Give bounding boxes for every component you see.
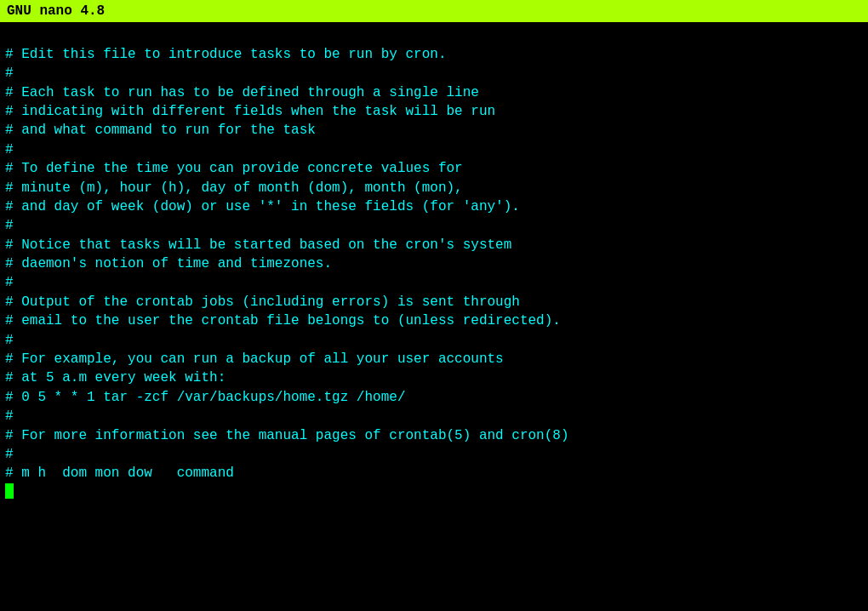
- editor-line: # at 5 a.m every week with:: [5, 368, 863, 387]
- editor-line: #: [5, 445, 863, 464]
- editor-line: # 0 5 * * 1 tar -zcf /var/backups/home.t…: [5, 388, 863, 407]
- editor-line: #: [5, 216, 863, 235]
- editor-line: # and what command to run for the task: [5, 121, 863, 140]
- editor-line: # email to the user the crontab file bel…: [5, 311, 863, 330]
- editor-line: # Notice that tasks will be started base…: [5, 236, 863, 254]
- editor-line: # daemon's notion of time and timezones.: [5, 254, 863, 273]
- title-bar: GNU nano 4.8: [0, 0, 868, 22]
- cursor-line: [5, 483, 863, 499]
- editor-line: # Edit this file to introduce tasks to b…: [5, 45, 863, 64]
- editor-line: # Output of the crontab jobs (including …: [5, 293, 863, 311]
- editor-line: # m h dom mon dow command: [5, 464, 863, 483]
- editor-area[interactable]: # Edit this file to introduce tasks to b…: [0, 22, 868, 501]
- editor-line: #: [5, 273, 863, 292]
- app-title: GNU nano 4.8: [7, 3, 105, 19]
- editor-line: #: [5, 407, 863, 425]
- editor-line: # To define the time you can provide con…: [5, 159, 863, 178]
- editor-line: # indicating with different fields when …: [5, 102, 863, 121]
- editor-line: # and day of week (dow) or use '*' in th…: [5, 197, 863, 216]
- editor-line: #: [5, 64, 863, 83]
- editor-line: # Each task to run has to be defined thr…: [5, 83, 863, 102]
- editor-line: # For example, you can run a backup of a…: [5, 350, 863, 368]
- editor-line: # minute (m), hour (h), day of month (do…: [5, 179, 863, 197]
- editor-line: #: [5, 331, 863, 350]
- editor-line: #: [5, 140, 863, 159]
- editor-line: # For more information see the manual pa…: [5, 426, 863, 445]
- text-cursor: [5, 483, 14, 499]
